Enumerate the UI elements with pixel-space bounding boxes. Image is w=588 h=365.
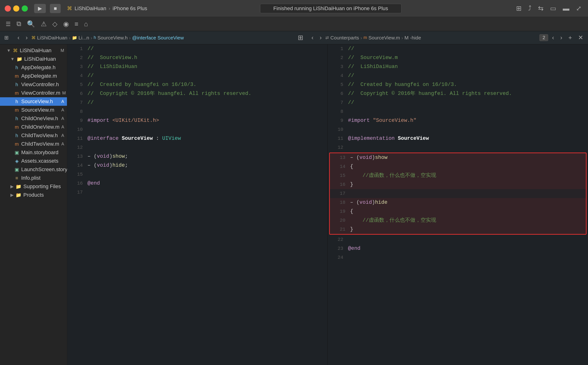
sidebar-item-sourceview-m[interactable]: m SourceView.m A xyxy=(0,106,67,114)
code-line: 17 xyxy=(330,189,586,198)
search-button[interactable]: 🔍 xyxy=(25,19,37,29)
sidebar-item-launchscreen[interactable]: ▣ LaunchScreen.storyboard xyxy=(0,165,67,174)
sidebar-item-root[interactable]: ▼ ⌘ LiShiDaiHuan M xyxy=(0,46,67,55)
fwd-btn-left[interactable]: › xyxy=(23,33,30,42)
sidebar-file-label: ChildOneView.m xyxy=(21,124,59,130)
rc-m-badge: M xyxy=(405,35,409,41)
sidebar-group-label: LiShiDaiHuan xyxy=(24,56,56,62)
status-input[interactable] xyxy=(260,4,401,13)
grid-view-button[interactable]: ⊞ xyxy=(514,4,523,13)
layout-button[interactable]: ▬ xyxy=(561,4,571,13)
minimize-button[interactable] xyxy=(13,5,19,12)
sidebar-file-label: AppDelegate.h xyxy=(21,64,56,70)
location-button[interactable]: ⌂ xyxy=(82,19,90,29)
sidebar-item-viewcontroller-h[interactable]: h ViewController.h xyxy=(0,80,67,89)
tab-add[interactable]: + xyxy=(566,33,574,42)
inspector-button[interactable]: ▭ xyxy=(548,4,558,13)
rc-sep1: › xyxy=(360,35,362,41)
back-btn-right[interactable]: ‹ xyxy=(309,33,316,42)
rc-file-icon: m xyxy=(364,35,367,40)
traffic-lights xyxy=(5,5,28,12)
sidebar-group-lishidaihuan[interactable]: ▼ 📁 LiShiDaiHuan xyxy=(0,55,67,63)
code-line: 10 xyxy=(67,125,327,134)
sidebar-badge-a2: A xyxy=(61,108,64,113)
supporting-folder-icon: 📁 xyxy=(16,184,21,189)
back-btn-left[interactable]: ‹ xyxy=(15,33,22,42)
counterparts-icon: ⇄ xyxy=(325,35,329,40)
code-line: 9#import "SourceView.h" xyxy=(328,116,588,125)
close-button[interactable] xyxy=(5,5,11,12)
h-file-icon-sel: h xyxy=(14,99,19,104)
code-line: 1// xyxy=(328,44,588,53)
report-button[interactable]: ≡ xyxy=(73,19,80,29)
code-line-highlighted: 16} xyxy=(330,180,586,189)
breadcrumb-bar: ⊞ ‹ › ⌘ LiShiDaiHuan › 📁 Li...n › h Sour… xyxy=(0,31,588,44)
sidebar-badge-m: M xyxy=(62,91,66,96)
sidebar-file-label: ChildOneView.h xyxy=(21,115,58,122)
tab-close[interactable]: ✕ xyxy=(576,33,586,42)
sidebar-badge-a5: A xyxy=(61,133,64,138)
right-code-pane[interactable]: 1// 2// SourceView.m 3// LiShiDaiHuan 4/… xyxy=(328,44,588,365)
sidebar-item-childoneview-h[interactable]: h ChildOneView.h A xyxy=(0,114,67,123)
code-line: 7// xyxy=(328,98,588,107)
sidebar-toggle[interactable]: ☰ xyxy=(4,20,13,28)
code-line: 12 xyxy=(328,143,588,152)
sidebar-item-products[interactable]: ▶ 📁 Products xyxy=(0,191,67,199)
chevron-down-icon-group: ▼ xyxy=(10,57,15,62)
launchscreen-icon: ▣ xyxy=(14,167,19,172)
highlight-block: 13– (void)show 14{ 15 //虚函数，什么也不做，空实现 16… xyxy=(329,153,587,235)
rc-sep2: › xyxy=(401,35,403,41)
sidebar-item-main-storyboard[interactable]: ▣ Main.storyboard xyxy=(0,148,67,157)
nav-icon-1[interactable]: ⧉ xyxy=(15,19,23,29)
code-line: 5// Created by huangfei on 16/10/3. xyxy=(67,80,327,89)
sidebar-item-childtwoview-m[interactable]: m ChildTwoView.m A xyxy=(0,140,67,148)
sidebar-item-sourceview-h[interactable]: h SourceView.h A xyxy=(0,97,67,106)
play-button[interactable]: ▶ xyxy=(34,4,46,13)
stop-button[interactable]: ■ xyxy=(50,4,61,13)
navigator-tabs: ☰ ⧉ 🔍 ⚠ ◇ ◉ ≡ ⌂ xyxy=(0,17,588,31)
code-line: 11@implementation SourceView xyxy=(328,134,588,143)
sidebar-item-info-plist[interactable]: ≡ Info.plist xyxy=(0,174,67,182)
sidebar-file-label: ViewController.h xyxy=(21,81,59,88)
tab-back[interactable]: ‹ xyxy=(550,33,556,42)
chevron-right-icon: ▶ xyxy=(10,184,14,189)
sidebar-file-label-launchscreen: LaunchScreen.storyboard xyxy=(21,166,67,173)
code-line: 2// SourceView.h xyxy=(67,53,327,62)
left-code-pane[interactable]: 1// 2// SourceView.h 3// LiShiDaiHuan 4/… xyxy=(67,44,328,365)
code-line: 24 xyxy=(328,253,588,262)
share-button[interactable]: ⤴ xyxy=(526,4,533,13)
sidebar-item-childoneview-m[interactable]: m ChildOneView.m A xyxy=(0,123,67,131)
sidebar-item-appdelegate-h[interactable]: h AppDelegate.h xyxy=(0,63,67,72)
bc-symbol: @interface SourceView xyxy=(132,35,184,41)
folder-icon: 📁 xyxy=(16,56,22,62)
sidebar-item-childtwoview-h[interactable]: h ChildTwoView.h A xyxy=(0,131,67,140)
maximize-button[interactable] xyxy=(22,5,28,12)
fullscreen-button[interactable]: ⤢ xyxy=(574,4,583,13)
project-name: LiShiDaiHuan xyxy=(74,5,106,12)
main-content: ▼ ⌘ LiShiDaiHuan M ▼ 📁 LiShiDaiHuan h Ap… xyxy=(0,44,588,365)
code-line: 8 xyxy=(328,107,588,116)
m-file-icon: m xyxy=(14,124,19,130)
sidebar: ▼ ⌘ LiShiDaiHuan M ▼ 📁 LiShiDaiHuan h Ap… xyxy=(0,44,67,365)
bookmark-button[interactable]: ◇ xyxy=(50,19,59,29)
tab-fwd[interactable]: › xyxy=(558,33,565,42)
fwd-btn-right[interactable]: › xyxy=(317,33,324,42)
warning-button[interactable]: ⚠ xyxy=(39,19,48,29)
sidebar-item-viewcontroller-m[interactable]: m ViewController.m M xyxy=(0,89,67,97)
grid-toggle-left[interactable]: ⊞ xyxy=(2,34,10,42)
left-breadcrumb: ‹ › ⌘ LiShiDaiHuan › 📁 Li...n › h Source… xyxy=(13,33,294,42)
sidebar-item-supporting-files[interactable]: ▶ 📁 Supporting Files xyxy=(0,182,67,191)
toolbar-right: ⊞ ⤴ ⇆ ▭ ▬ ⤢ xyxy=(514,4,583,13)
back-forward-button[interactable]: ⇆ xyxy=(536,4,545,13)
sidebar-item-appdelegate-m[interactable]: m AppDelegate.m xyxy=(0,72,67,80)
plist-icon: ≡ xyxy=(14,175,19,181)
sidebar-item-assets[interactable]: ◈ Assets.xcassets xyxy=(0,157,67,165)
m-file-icon: m xyxy=(14,141,19,147)
breakpoint-button[interactable]: ◉ xyxy=(61,19,71,29)
grid-toggle-right[interactable]: ⊞ xyxy=(296,33,305,42)
rc-method: -hide xyxy=(410,35,421,41)
sidebar-root-badge: M xyxy=(61,48,64,53)
rc-controls: 2 ‹ › + ✕ xyxy=(540,33,586,42)
bc-sep2: › xyxy=(91,35,92,41)
products-folder-icon: 📁 xyxy=(16,192,21,198)
